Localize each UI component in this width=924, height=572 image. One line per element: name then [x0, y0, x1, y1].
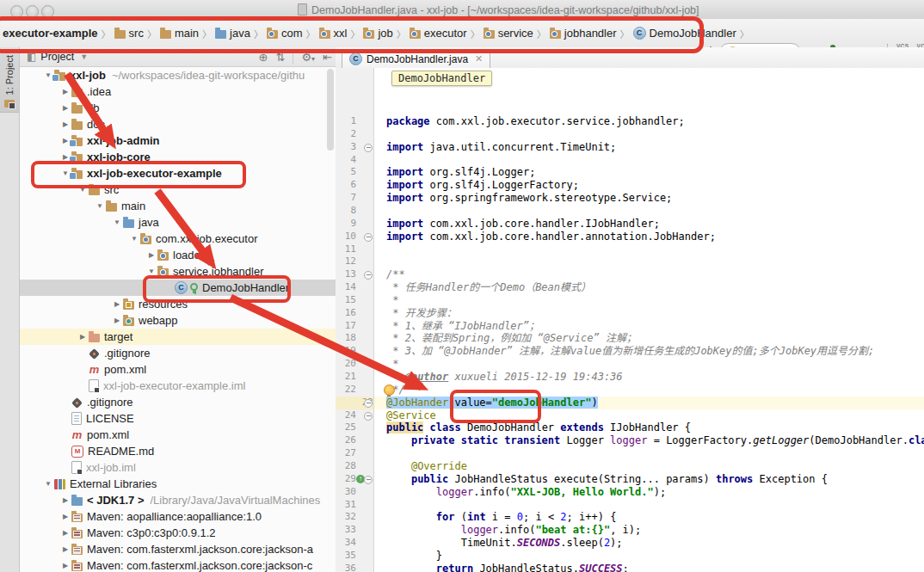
tree-item-service-jobhandler[interactable]: ▼service.jobhandler [20, 263, 336, 280]
tree-expand-icon[interactable]: ▶ [111, 300, 123, 308]
close-icon[interactable] [475, 53, 483, 65]
tree-expand-icon[interactable]: ▶ [59, 513, 71, 520]
breadcrumb-item-com[interactable]: com [267, 27, 303, 40]
tree-item-loader[interactable]: ▶loader [20, 247, 336, 263]
tree-item-pom-xml[interactable]: mpom.xml [20, 361, 336, 378]
tree-item-xxl-job-iml[interactable]: xxl-job.iml [20, 459, 336, 476]
tree-item-gitignore[interactable]: .gitignore [20, 345, 336, 361]
gear-icon[interactable]: ⚙▾ [301, 51, 315, 64]
code-line: import org.springframework.stereotype.Se… [374, 192, 924, 205]
chevron-right-icon: 〉 [537, 27, 546, 40]
tree-scrollbar[interactable] [327, 69, 334, 151]
tree-item-db[interactable]: ▶db [20, 100, 336, 116]
fold-icon[interactable] [364, 233, 373, 242]
fold-icon[interactable] [364, 271, 373, 280]
tree-item-xxl-job-executor-example[interactable]: ▼xxl-job-executor-example [20, 165, 336, 181]
breadcrumb-item-src[interactable]: src [114, 27, 144, 40]
window-title: DemoJobHandler.java - xxl-job - [~/works… [298, 3, 699, 16]
breadcrumb-item-job[interactable]: job [363, 27, 392, 40]
tree-expand-icon[interactable]: ▶ [59, 529, 71, 537]
tree-item-readme-md[interactable]: MREADME.md [20, 443, 336, 459]
breadcrumb-item-xxl[interactable]: xxl [319, 27, 348, 40]
project-panel-title: Project [40, 51, 74, 63]
tree-collapse-icon[interactable]: ▼ [77, 186, 89, 194]
tree-item-label: service.jobhandler [173, 265, 264, 278]
tree-item-maven-aopalliance-aopalliance-1-0[interactable]: ▶Maven: aopalliance:aopalliance:1.0 [20, 508, 336, 525]
editor: C DemoJobHandler.java DemoJobHandler 123… [336, 47, 924, 572]
code-line [374, 499, 924, 512]
tree-item-target[interactable]: ▶target [20, 329, 336, 345]
fold-icon[interactable] [364, 399, 373, 408]
fold-icon[interactable] [364, 144, 373, 152]
project-tree[interactable]: ▼xxl-job~/workspaces/idea-git-workspace/… [20, 67, 336, 572]
tree-item-xxl-job[interactable]: ▼xxl-job~/workspaces/idea-git-workspace/… [20, 67, 336, 83]
tree-item-external-libraries[interactable]: ▼External Libraries [20, 476, 336, 492]
tree-expand-icon[interactable]: ▶ [59, 496, 71, 504]
tree-item-doc[interactable]: ▶doc [20, 116, 336, 132]
tree-item-xxl-job-admin[interactable]: ▶xxl-job-admin [20, 132, 336, 149]
breadcrumb-item-executor[interactable]: executor [410, 27, 467, 40]
tree-collapse-icon[interactable]: ▼ [94, 202, 106, 210]
tree-expand-icon[interactable]: ▶ [59, 104, 71, 112]
tree-expand-icon[interactable]: ▶ [59, 120, 71, 128]
tree-item-pom-xml[interactable]: mpom.xml [20, 427, 336, 443]
tree-item-demojobhandler[interactable]: CDemoJobHandler [20, 280, 336, 296]
intention-bulb-icon[interactable] [384, 384, 395, 396]
tree-item-src[interactable]: ▼src [20, 181, 336, 198]
tree-item-label: resources [139, 298, 188, 311]
minimize-window-icon[interactable] [26, 5, 39, 18]
fold-icon[interactable] [364, 476, 373, 484]
tree-item-idea[interactable]: ▶.idea [20, 83, 336, 100]
tree-expand-icon[interactable]: ▶ [111, 317, 123, 324]
tree-item-java[interactable]: ▼java [20, 214, 336, 231]
locate-icon[interactable]: ⊕ [259, 51, 268, 64]
breadcrumb-label: src [129, 27, 144, 40]
tree-item-maven-com-fasterxml-jackson-core-jackson-a[interactable]: ▶Maven: com.fasterxml.jackson.core:jacks… [20, 541, 336, 557]
tree-item-jdk1-7[interactable]: ▶< JDK1.7 >/Library/Java/JavaVirtualMach… [20, 492, 336, 508]
tree-item-gitignore[interactable]: .gitignore [20, 394, 336, 410]
tree-item-webapp[interactable]: ▶webapp [20, 312, 336, 329]
breadcrumb-item-java[interactable]: java [215, 27, 250, 40]
tree-expand-icon[interactable]: ▶ [145, 251, 157, 259]
tree-collapse-icon[interactable]: ▼ [145, 268, 157, 275]
package-icon [140, 236, 151, 244]
close-window-icon[interactable] [10, 5, 23, 18]
tree-item-maven-com-fasterxml-jackson-core-jackson-c[interactable]: ▶Maven: com.fasterxml.jackson.core:jacks… [20, 557, 336, 572]
tree-item-maven-c3p0-c3p0-0-9-1-2[interactable]: ▶Maven: c3p0:c3p0:0.9.1.2 [20, 525, 336, 541]
tree-expand-icon[interactable]: ▶ [59, 545, 71, 553]
tree-collapse-icon[interactable]: ▼ [128, 235, 140, 243]
zoom-window-icon[interactable] [41, 5, 54, 18]
tree-item-label: DemoJobHandler [202, 281, 289, 294]
breadcrumb-item-main[interactable]: main [160, 27, 199, 40]
project-panel-header[interactable]: ◧ Project ▼ ⊕ ⇅ ⚙▾ ⇤ [20, 47, 336, 67]
tree-item-label: < JDK1.7 > [87, 494, 145, 507]
tree-item-xxl-job-executor-example-iml[interactable]: xxl-job-executor-example.iml [20, 378, 336, 394]
code-line: * @author xuxueli 2015-12-19 19:43:36 [374, 371, 924, 384]
breadcrumb-item-service[interactable]: service [484, 27, 533, 40]
tree-item-label: target [104, 330, 132, 343]
breadcrumb-item-jobhandler[interactable]: jobhandler [550, 27, 617, 40]
hide-panel-icon[interactable]: ⇤ [323, 51, 332, 64]
tree-item-main[interactable]: ▼main [20, 198, 336, 214]
tree-expand-icon[interactable]: ▶ [59, 88, 71, 95]
tree-expand-icon[interactable]: ▶ [59, 562, 71, 569]
line-number: 19 [336, 345, 356, 358]
collapse-expand-icon[interactable]: ⇅ [276, 51, 286, 64]
fold-icon[interactable] [364, 412, 373, 421]
breadcrumb-item-executor-example[interactable]: executor-example [3, 27, 98, 40]
tree-collapse-icon[interactable]: ▼ [111, 218, 123, 226]
tree-item-xxl-job-core[interactable]: ▶xxl-job-core [20, 149, 336, 165]
line-number: 32 [336, 511, 356, 524]
tree-expand-icon[interactable]: ▶ [77, 333, 89, 341]
package-icon [550, 30, 561, 39]
code-area[interactable]: package com.xxl.job.executor.service.job… [374, 68, 924, 572]
tree-item-label: main [121, 200, 145, 212]
project-tool-window-tab[interactable]: 1: Project [0, 50, 19, 113]
tree-item-license[interactable]: LICENSE [20, 410, 336, 427]
tree-collapse-icon[interactable]: ▼ [42, 480, 54, 488]
tree-item-resources[interactable]: ▶resources [20, 296, 336, 312]
line-number: 36 [336, 563, 356, 572]
code-line: import com.xxl.job.core.handler.IJobHand… [374, 218, 924, 231]
tab-demojobhandler-java[interactable]: C DemoJobHandler.java [342, 49, 490, 68]
tree-item-com-xxl-job-executor[interactable]: ▼com.xxl.job.executor [20, 231, 336, 247]
